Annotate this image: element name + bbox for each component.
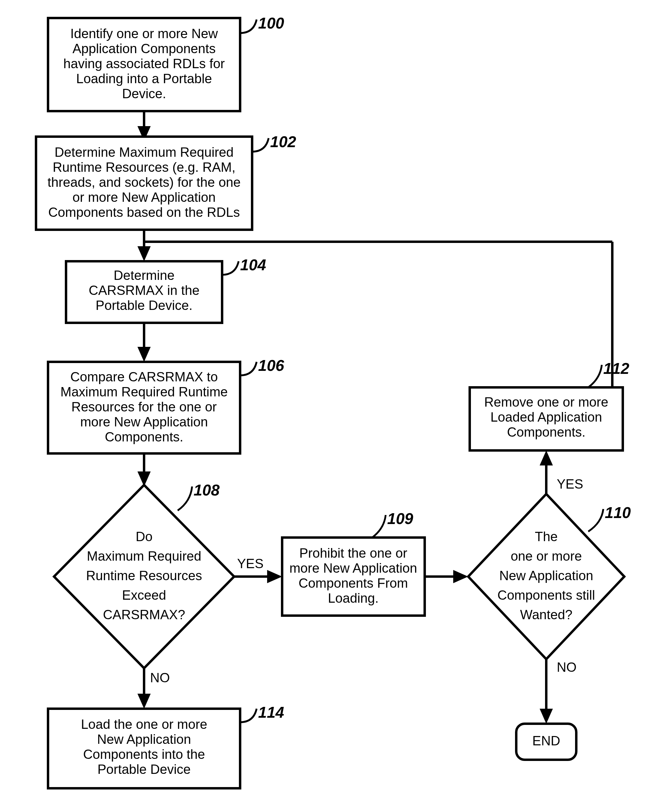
ref-106: 106: [258, 357, 285, 374]
svg-text:Portable Device: Portable Device: [98, 762, 191, 777]
ref-109: 109: [387, 510, 413, 527]
svg-text:more New Application: more New Application: [80, 414, 208, 429]
label-yes: YES: [237, 556, 264, 571]
svg-text:Exceed: Exceed: [122, 588, 166, 602]
callout-line: [252, 138, 268, 152]
callout-line: [240, 20, 257, 33]
arrowhead: [267, 570, 282, 583]
arrowhead: [137, 694, 151, 709]
svg-text:Portable Device.: Portable Device.: [96, 298, 193, 313]
svg-text:Loading.: Loading.: [328, 591, 379, 605]
svg-text:Application Components: Application Components: [73, 41, 216, 56]
step-102: Determine Maximum Required Runtime Resou…: [36, 133, 296, 230]
arrowhead: [540, 709, 553, 724]
svg-text:Maximum Required: Maximum Required: [87, 549, 201, 563]
svg-text:New Application: New Application: [499, 568, 593, 583]
svg-text:Components.: Components.: [105, 429, 183, 444]
svg-text:Components into the: Components into the: [83, 747, 205, 762]
svg-text:Do: Do: [136, 529, 152, 544]
svg-text:Components From: Components From: [299, 575, 408, 591]
svg-text:Runtime Resources (e.g. RAM,: Runtime Resources (e.g. RAM,: [53, 160, 236, 174]
ref-114: 114: [258, 704, 284, 721]
decision-110: The one or more New Application Componen…: [468, 494, 631, 659]
callout-line: [178, 487, 192, 510]
ref-110: 110: [605, 504, 631, 521]
terminator-end: END: [516, 724, 576, 760]
ref-104: 104: [240, 256, 266, 273]
callout-line: [372, 515, 386, 537]
step-100: Identify one or more New Application Com…: [48, 14, 284, 111]
svg-text:threads, and sockets) for the : threads, and sockets) for the one: [47, 175, 240, 189]
callout-line: [240, 709, 257, 722]
ref-100: 100: [258, 14, 284, 32]
step-114: Load the one or more New Application Com…: [48, 704, 284, 788]
svg-text:Load the one or more: Load the one or more: [81, 717, 207, 731]
callout-line: [222, 261, 239, 275]
svg-text:Determine Maximum Required: Determine Maximum Required: [55, 145, 234, 159]
step-112: Remove one or more Loaded Application Co…: [470, 360, 630, 450]
svg-text:having associated RDLs for: having associated RDLs for: [63, 56, 225, 71]
svg-text:The: The: [535, 529, 558, 544]
svg-text:or more New Application: or more New Application: [73, 190, 216, 205]
svg-text:Components.: Components.: [507, 424, 586, 440]
arrowhead: [540, 450, 553, 466]
label-yes: YES: [557, 476, 583, 491]
callout-line: [240, 362, 257, 375]
svg-text:Maximum Required Runtime: Maximum Required Runtime: [60, 385, 228, 399]
svg-text:Wanted?: Wanted?: [520, 607, 572, 622]
svg-text:CARSRMAX in the: CARSRMAX in the: [88, 283, 199, 298]
callout-line: [588, 509, 603, 531]
svg-text:Remove one or more: Remove one or more: [484, 395, 608, 409]
svg-text:New Application: New Application: [97, 732, 191, 746]
step-109: Prohibit the one or more New Application…: [282, 510, 425, 616]
svg-text:Device.: Device.: [122, 86, 166, 101]
svg-text:one or more: one or more: [511, 549, 582, 563]
svg-text:Identify one or more New: Identify one or more New: [70, 26, 218, 41]
label-no: NO: [557, 660, 576, 675]
svg-text:CARSRMAX?: CARSRMAX?: [103, 607, 185, 622]
decision-108: Do Maximum Required Runtime Resources Ex…: [54, 481, 234, 668]
ref-102: 102: [270, 133, 296, 150]
svg-text:Components based on the RDLs: Components based on the RDLs: [48, 205, 240, 220]
svg-text:Components still: Components still: [497, 588, 595, 602]
flowchart-diagram: Identify one or more New Application Com…: [0, 0, 645, 812]
svg-text:Resources for the one or: Resources for the one or: [72, 399, 217, 414]
svg-text:END: END: [532, 733, 560, 748]
svg-text:Loaded Application: Loaded Application: [490, 410, 602, 424]
svg-text:Determine: Determine: [114, 268, 175, 282]
svg-text:Prohibit the one or: Prohibit the one or: [299, 546, 407, 560]
arrowhead: [137, 347, 151, 362]
arrowhead: [453, 570, 468, 583]
callout-line: [588, 365, 602, 388]
step-104: Determine CARSRMAX in the Portable Devic…: [66, 256, 266, 323]
svg-text:Loading into a Portable: Loading into a Portable: [76, 71, 212, 86]
svg-text:Runtime Resources: Runtime Resources: [86, 568, 202, 583]
ref-108: 108: [194, 481, 220, 499]
arrowhead: [137, 246, 151, 261]
svg-text:Compare CARSRMAX to: Compare CARSRMAX to: [70, 369, 218, 384]
svg-text:more New Application: more New Application: [289, 561, 417, 575]
ref-112: 112: [603, 360, 630, 377]
step-106: Compare CARSRMAX to Maximum Required Run…: [48, 357, 285, 453]
label-no: NO: [150, 670, 170, 685]
